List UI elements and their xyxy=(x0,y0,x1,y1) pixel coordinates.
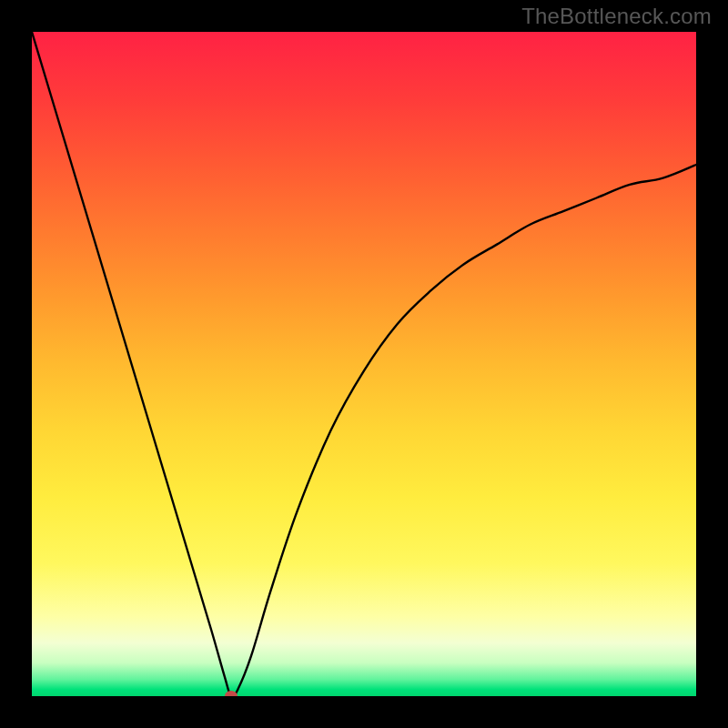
minimum-marker xyxy=(225,691,238,696)
watermark-label: TheBottleneck.com xyxy=(521,4,712,29)
chart-frame: TheBottleneck.com xyxy=(0,0,728,728)
curve-path xyxy=(32,32,696,696)
plot-area xyxy=(32,32,696,696)
bottleneck-curve xyxy=(32,32,696,696)
